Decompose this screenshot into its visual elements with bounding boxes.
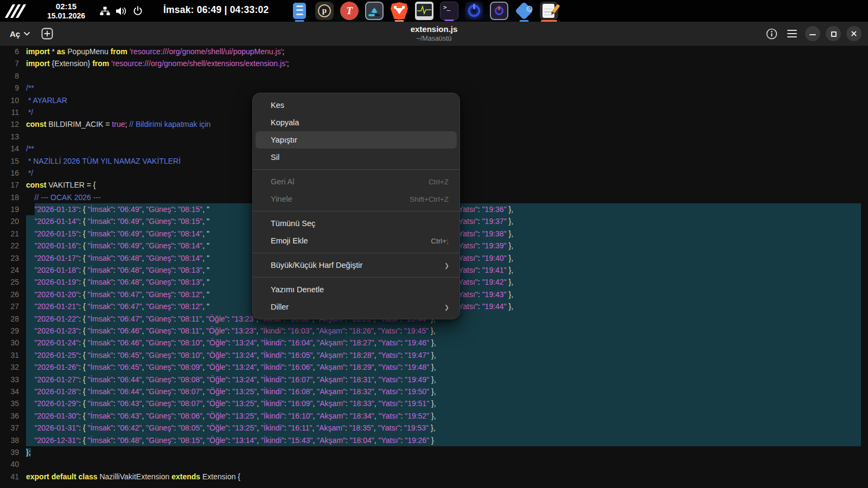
imsak-countdown-label[interactable]: İmsak: 06:49 | 04:33:02 [163, 4, 269, 16]
line-number: 26 [0, 288, 26, 300]
code-line[interactable]: 36 "2026-01-30": { "İmsak": "06:43", "Gü… [0, 410, 868, 422]
menu-item-label: Diller [271, 303, 289, 311]
window-subtitle: ~/Masaüstü [0, 35, 868, 43]
code-fragment-right: Yatsı": "19:36" }, [458, 203, 513, 215]
close-button[interactable] [846, 26, 861, 41]
code-line-content: export default class NazilliVakitExtensi… [26, 471, 861, 483]
menu-item-yazımı-denetle[interactable]: Yazımı Denetle [256, 281, 457, 298]
code-line-content: }; [26, 446, 861, 458]
line-number: 10 [0, 94, 26, 106]
hamburger-icon [787, 30, 797, 37]
running-indicator [295, 20, 304, 22]
dock-icon-brave[interactable] [390, 2, 409, 20]
line-number: 19 [0, 203, 26, 215]
line-number: 8 [0, 70, 26, 82]
line-number: 12 [0, 118, 26, 130]
red-t-app-icon: T [340, 2, 359, 20]
submenu-chevron-icon: › [445, 300, 449, 314]
code-line-content: "2026-12-31": { "İmsak": "06:48", "Güneş… [26, 434, 861, 446]
code-line[interactable]: 30 "2026-01-24": { "İmsak": "06:46", "Gü… [0, 337, 868, 349]
selected-text: }; [26, 448, 31, 457]
code-line[interactable]: 6import * as PopupMenu from 'resource://… [0, 46, 868, 57]
code-line-content: import * as PopupMenu from 'resource:///… [26, 46, 861, 57]
line-number: 32 [0, 361, 26, 373]
system-status-area[interactable] [100, 6, 143, 16]
volume-icon[interactable] [116, 7, 127, 16]
network-icon[interactable] [100, 7, 110, 16]
minimize-button[interactable] [805, 26, 820, 41]
code-line[interactable]: 31 "2026-01-25": { "İmsak": "06:45", "Gü… [0, 349, 868, 361]
line-number: 29 [0, 325, 26, 337]
code-line-content: import {Extension} from 'resource:///org… [26, 57, 861, 69]
info-button[interactable] [764, 26, 779, 41]
menu-item-kopyala[interactable]: Kopyala [256, 114, 457, 131]
code-line-content: "2026-01-26": { "İmsak": "06:45", "Güneş… [26, 361, 861, 373]
line-number: 23 [0, 252, 26, 264]
main-menu-button[interactable] [784, 26, 800, 41]
menu-item-emoji-ekle[interactable]: Emoji EkleCtrl+; [256, 232, 457, 249]
dock-icon-settings-diamond[interactable]: ⚙ [515, 2, 533, 20]
code-line[interactable]: 34 "2026-01-28": { "İmsak": "06:44", "Gü… [0, 386, 868, 397]
code-line[interactable]: 29 "2026-01-23": { "İmsak": "06:46", "Gü… [0, 325, 868, 337]
code-line[interactable]: 40 [0, 458, 868, 470]
menu-item-label: Kes [271, 101, 284, 110]
code-line[interactable]: 8 [0, 70, 868, 82]
dock-icon-system-monitor[interactable] [415, 2, 433, 20]
open-button[interactable]: Aç [7, 27, 33, 41]
menu-item-yapıştır[interactable]: Yapıştır [256, 131, 457, 149]
menu-item-sil[interactable]: Sil [256, 149, 457, 166]
files-icon [293, 3, 306, 19]
code-line[interactable]: 7import {Extension} from 'resource:///or… [0, 57, 868, 69]
chevron-down-icon [24, 32, 30, 36]
line-number: 25 [0, 276, 26, 288]
menu-item-diller[interactable]: Diller› [256, 298, 457, 316]
menu-item-label: Tümünü Seç [271, 219, 315, 228]
line-number: 13 [0, 131, 26, 143]
code-fragment-right: Yatsı": "19:42" }, [458, 276, 513, 288]
code-line[interactable]: 33 "2026-01-27": { "İmsak": "06:44", "Gü… [0, 374, 868, 386]
menu-item-kes[interactable]: Kes [256, 97, 457, 114]
line-number: 18 [0, 191, 26, 203]
new-tab-button[interactable] [41, 28, 53, 40]
line-number: 35 [0, 397, 26, 409]
dock-icon-terminal[interactable]: >_ [440, 2, 458, 20]
code-line-content: "2026-01-23": { "İmsak": "06:46", "Güneş… [26, 325, 861, 337]
activities-logo-icon[interactable] [9, 4, 25, 18]
dock-icon-power-blue[interactable] [465, 2, 483, 20]
maximize-button[interactable] [826, 26, 841, 41]
code-fragment-right: Yatsı": "19:38" }, [458, 228, 513, 240]
dock-icon-power-dial[interactable] [490, 2, 508, 20]
menu-separator [253, 169, 459, 170]
panel-clock[interactable]: 02:15 15.01.2026 [34, 2, 99, 21]
menu-item-büyük-küçük-harf-değiştir[interactable]: Büyük/Küçük Harf Değiştir› [256, 256, 457, 274]
menu-item-label: Kopyala [271, 118, 299, 127]
top-panel: 02:15 15.01.2026 İmsak: 06:49 | 04:33:02… [0, 0, 868, 22]
line-number: 33 [0, 374, 26, 386]
code-line-content: "2026-01-30": { "İmsak": "06:43", "Güneş… [26, 410, 861, 422]
dock-icon-text-editor[interactable] [540, 2, 558, 20]
menu-separator [253, 277, 459, 278]
code-line[interactable]: 38 "2026-12-31": { "İmsak": "06:48", "Gü… [0, 434, 868, 446]
code-line[interactable]: 32 "2026-01-26": { "İmsak": "06:45", "Gü… [0, 361, 868, 373]
dock-icon-files[interactable] [290, 2, 309, 20]
dock-icon-p-app[interactable]: p [315, 2, 334, 20]
code-line[interactable]: 41export default class NazilliVakitExten… [0, 471, 868, 483]
code-line[interactable]: 37 "2026-01-31": { "İmsak": "06:42", "Gü… [0, 422, 868, 434]
line-number: 7 [0, 57, 26, 69]
code-line-content: "2026-01-25": { "İmsak": "06:45", "Güneş… [26, 349, 861, 361]
line-number: 20 [0, 215, 26, 227]
code-fragment-right: Yatsı": "19:41" }, [458, 264, 513, 276]
dock-icon-uploader[interactable] [365, 2, 384, 20]
dock-icon-red-t-app[interactable]: T [340, 2, 359, 20]
plus-box-icon [41, 28, 53, 40]
code-line-content: "2026-01-29": { "İmsak": "06:43", "Güneş… [26, 397, 861, 409]
menu-shortcut: Shift+Ctrl+Z [410, 195, 449, 203]
code-line[interactable]: 35 "2026-01-29": { "İmsak": "06:43", "Gü… [0, 397, 868, 409]
line-number: 14 [0, 143, 26, 155]
menu-item-tümünü-seç[interactable]: Tümünü Seç [256, 215, 457, 232]
code-line[interactable]: 39}; [0, 446, 868, 458]
code-line-content [26, 458, 861, 470]
open-button-label: Aç [10, 29, 20, 38]
power-icon[interactable] [133, 6, 143, 16]
running-indicator [395, 20, 404, 22]
